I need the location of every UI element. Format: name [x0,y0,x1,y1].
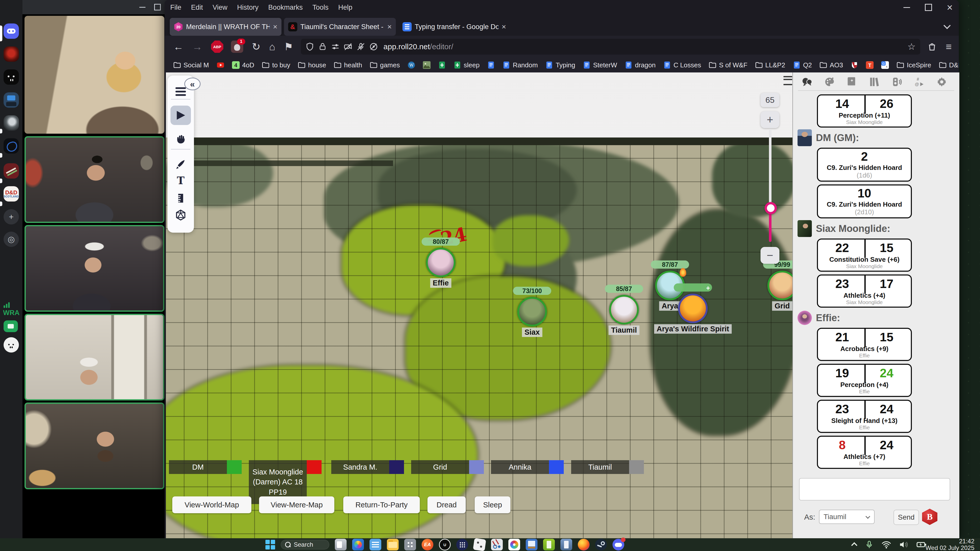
widget-gray-app-icon[interactable] [404,539,416,551]
bookmark-item[interactable] [438,61,446,69]
app-menu-button[interactable]: ≡ [946,41,952,52]
tray-expand-icon[interactable] [851,542,857,548]
file-explorer-app-icon[interactable] [387,539,399,551]
player-entry[interactable]: DM [169,460,242,474]
steam-app-icon[interactable] [595,539,607,551]
tab-close-button[interactable]: × [387,22,392,31]
map-token[interactable]: 85/87Tiaumil [609,295,639,324]
server-dnd-icon[interactable]: D&DSCOTLAND [3,186,19,202]
sidebar-toggle-icon[interactable] [783,76,792,85]
player-color-swatch[interactable] [469,460,484,474]
adblock-extension-icon[interactable]: ABP [211,41,223,53]
zoom-out-button[interactable]: − [760,247,780,264]
bookmark-item[interactable]: Random [503,61,538,69]
home-button[interactable]: ⌂ [269,41,275,52]
paint-app-icon[interactable] [508,539,520,551]
discord-home-icon[interactable] [3,24,19,39]
browser-tab[interactable]: 20Merdelain || WRATH OF THE DIV× [170,18,282,36]
video-feed[interactable] [24,314,164,400]
bookmark-item[interactable] [217,61,224,69]
bookmark-star-icon[interactable]: ☆ [907,41,915,52]
forward-button[interactable]: → [192,41,202,52]
roll-result-card[interactable]: 2115Acrobatics (+9)Effie [817,328,912,361]
speak-as-select[interactable]: Tiaumil [819,510,875,524]
macro-button[interactable]: View-Mere-Map [259,496,334,513]
zoom-level-badge[interactable]: 65 [760,93,780,107]
battery-charging-icon[interactable] [916,540,926,550]
text-tool[interactable]: T [172,173,189,188]
office-green-app-icon[interactable] [543,539,555,551]
grid-navy-app-icon[interactable] [456,539,468,551]
microphone-icon[interactable] [865,540,874,549]
map-token[interactable]: +Arya's Wildfire Spirit [678,294,708,323]
photos-app-icon[interactable] [352,539,364,551]
menu-tools[interactable]: Tools [312,3,328,11]
extension-badge-icon[interactable]: 1 [231,41,243,53]
bookmark-item[interactable]: S of W&F [709,61,747,69]
map-token[interactable]: 73/100Siax [517,297,547,327]
wifi-icon[interactable] [881,540,891,549]
discord-app-icon[interactable] [612,539,624,551]
voice-camera-button[interactable] [3,321,18,332]
player-color-swatch[interactable] [629,460,644,474]
player-entry[interactable]: Annika [491,460,564,474]
macro-button[interactable]: View-World-Map [172,496,251,513]
close-button[interactable]: × [947,2,953,13]
bookmark-item[interactable]: W [407,61,415,69]
player-color-swatch[interactable] [549,460,564,474]
server-skull-icon[interactable] [3,115,19,130]
roll-result-card[interactable]: 1426Perception (+11)Siax Moonglide [817,94,912,127]
volume-icon[interactable] [899,540,908,549]
bookmark-item[interactable]: IceSpire [897,61,931,69]
server-banner-icon[interactable] [3,92,19,108]
ea-app-icon[interactable]: EA [422,539,433,551]
bookmark-item[interactable]: T [866,61,873,69]
settings-blue-app-icon[interactable] [369,539,381,551]
bookmark-item[interactable]: games [370,61,400,69]
bookmark-item[interactable] [487,61,495,69]
start-button[interactable] [266,540,275,549]
sidebar-tab-journal[interactable] [845,76,858,88]
discord-maximize-button[interactable] [154,4,161,11]
server-swirl-icon[interactable] [3,138,19,154]
roll-result-card[interactable]: 1924Perception (+4)Effie [817,364,912,397]
chat-log[interactable]: 1426Perception (+11)Siax MoonglideDM (GM… [793,92,959,480]
bookmark-item[interactable]: Gx [881,61,889,69]
bookmark-item[interactable]: health [334,61,362,69]
map-token[interactable]: 80/87Effie [426,248,455,277]
layers-menu-tool[interactable] [172,84,189,99]
roll-result-card[interactable]: 2215Constitution Save (+6)Siax Moonglide [817,238,912,272]
player-color-swatch[interactable] [227,460,242,474]
send-button[interactable]: Send [894,510,919,525]
pan-tool[interactable] [172,131,189,146]
bookmark-item[interactable] [423,61,431,69]
bookmark-item[interactable]: LL&P2 [755,61,785,69]
server-cat-icon[interactable] [3,69,19,85]
taskbar-search[interactable]: Search [281,540,329,549]
dice-tool[interactable] [172,208,189,222]
bookmark-item[interactable]: D&D 5th [939,61,959,69]
bookmark-item[interactable]: Typing [546,61,575,69]
address-bar[interactable]: app.roll20.net/editor/ ☆ [301,39,920,55]
bookmark-item[interactable]: sleep [453,61,479,69]
draw-tool[interactable] [172,157,189,172]
video-feed[interactable] [24,136,164,223]
office-blue-app-icon[interactable] [560,539,572,551]
bookmark-item[interactable]: Social M [173,61,209,69]
sidebar-tab-chat[interactable] [800,76,813,88]
roll-result-card[interactable]: 2317Athletics (+4)Siax Moonglide [817,275,912,308]
macro-button[interactable]: Return-To-Party [343,496,420,513]
menu-view[interactable]: View [213,3,228,11]
ruler-tool[interactable] [172,191,189,206]
back-button[interactable]: ← [173,41,183,52]
url-text[interactable]: app.roll20.net/editor/ [383,42,904,51]
server-art-icon[interactable] [3,163,19,179]
macro-button[interactable]: Dread [428,496,466,513]
bookmark-item[interactable]: C Losses [663,61,701,69]
minimize-button[interactable] [904,7,910,8]
bookmark-item[interactable]: Q2 [793,61,812,69]
player-entry[interactable]: Grid [411,460,484,474]
browser-tab[interactable]: &Tiaumil's Character Sheet - D&× [284,18,396,36]
firefox-app-icon[interactable] [578,539,590,551]
roll20-map-canvas[interactable]: 24 80/87Effie73/100Siax85/87Tiaumil87/87… [166,73,792,538]
